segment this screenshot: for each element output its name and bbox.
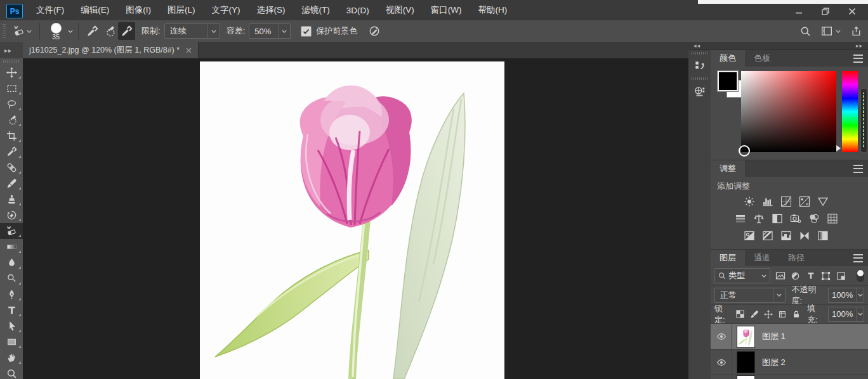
saturation-brightness-field[interactable] xyxy=(741,71,836,152)
tab-paths[interactable]: 路径 xyxy=(779,250,813,266)
menu-3d[interactable]: 3D(D) xyxy=(338,0,378,20)
sampling-continuous-button[interactable] xyxy=(84,22,101,40)
blur-tool[interactable] xyxy=(0,255,23,271)
collapse-panels-right-button[interactable]: ▸▸ xyxy=(856,42,863,49)
hue-ramp[interactable] xyxy=(842,71,858,152)
type-tool[interactable] xyxy=(0,302,23,318)
lasso-tool[interactable] xyxy=(0,96,23,112)
document-image[interactable] xyxy=(200,61,504,379)
sampling-once-button[interactable] xyxy=(101,22,118,40)
layer-row-1[interactable]: 图层 1 xyxy=(711,324,868,349)
tablet-pressure-button[interactable] xyxy=(366,22,383,40)
black-white-button[interactable] xyxy=(772,213,783,224)
foreground-color-swatch[interactable] xyxy=(718,71,738,91)
blend-mode-dropdown[interactable]: 正常 xyxy=(714,288,786,303)
menu-help[interactable]: 帮助(H) xyxy=(470,0,515,20)
adjustments-panel-menu-button[interactable] xyxy=(853,160,868,177)
layer-name[interactable]: 图层 2 xyxy=(762,357,786,368)
menu-select[interactable]: 选择(S) xyxy=(249,0,294,20)
color-lookup-button[interactable] xyxy=(827,213,838,224)
lock-artboard-button[interactable] xyxy=(778,309,787,319)
layers-panel-menu-button[interactable] xyxy=(853,250,868,266)
brush-preset-picker[interactable]: 35 xyxy=(45,23,67,40)
filter-type-layers-button[interactable] xyxy=(805,271,816,281)
layer-thumbnail[interactable] xyxy=(737,352,754,373)
panel-scrollbar[interactable] xyxy=(860,88,867,153)
lock-position-button[interactable] xyxy=(764,309,773,319)
exposure-button[interactable] xyxy=(799,196,810,207)
move-tool[interactable] xyxy=(0,65,23,80)
crop-tool[interactable] xyxy=(0,128,23,144)
clone-stamp-tool[interactable] xyxy=(0,191,23,207)
hue-saturation-button[interactable] xyxy=(735,213,746,224)
hand-tool[interactable] xyxy=(0,350,23,366)
dodge-tool[interactable] xyxy=(0,271,23,286)
document-tab[interactable]: j161025_2.jpg @ 120% (图层 1, RGB/8#) * xyxy=(23,42,199,58)
lock-transparency-button[interactable] xyxy=(735,309,745,319)
filter-shape-layers-button[interactable] xyxy=(820,271,831,281)
layer-visibility-toggle[interactable] xyxy=(711,350,732,375)
lock-image-button[interactable] xyxy=(750,309,759,319)
collapse-panels-left-button[interactable]: ◂◂ xyxy=(694,42,700,49)
canvas-area[interactable] xyxy=(23,58,688,379)
color-panel-menu-button[interactable] xyxy=(853,50,868,67)
filter-adjustment-layers-button[interactable] xyxy=(790,271,801,281)
gradient-map-button[interactable] xyxy=(799,230,810,241)
gradient-tool[interactable] xyxy=(0,239,23,255)
quick-selection-tool[interactable] xyxy=(0,112,23,128)
rectangular-marquee-tool[interactable] xyxy=(0,80,23,96)
pen-tool[interactable] xyxy=(0,286,23,302)
curves-button[interactable] xyxy=(780,196,792,207)
rectangle-shape-tool[interactable] xyxy=(0,334,23,350)
channel-mixer-button[interactable] xyxy=(808,213,820,224)
posterize-button[interactable] xyxy=(762,230,773,241)
fill-dropdown[interactable]: 100% xyxy=(828,307,864,322)
layer-visibility-toggle[interactable] xyxy=(711,324,732,349)
zoom-tool[interactable] xyxy=(0,366,23,379)
layer-row-3-partial[interactable] xyxy=(711,374,868,379)
menu-layer[interactable]: 图层(L) xyxy=(159,0,204,20)
hue-slider-marker[interactable] xyxy=(836,145,841,151)
layer-row-2[interactable]: 图层 2 xyxy=(711,349,868,375)
tab-color[interactable]: 颜色 xyxy=(711,50,745,67)
color-balance-button[interactable] xyxy=(753,213,765,224)
filter-pixel-layers-button[interactable] xyxy=(775,271,786,281)
color-field-marker[interactable] xyxy=(739,145,750,157)
menu-edit[interactable]: 编辑(E) xyxy=(72,0,117,20)
search-icon[interactable] xyxy=(800,26,811,37)
menu-type[interactable]: 文字(Y) xyxy=(204,0,249,20)
close-button[interactable] xyxy=(840,4,864,18)
tool-preset-button[interactable] xyxy=(11,22,34,40)
layer-name[interactable]: 图层 1 xyxy=(762,331,786,342)
path-selection-tool[interactable] xyxy=(0,318,23,334)
minimize-button[interactable] xyxy=(787,4,811,18)
levels-button[interactable] xyxy=(762,196,773,207)
lock-all-button[interactable] xyxy=(792,309,801,319)
restore-button[interactable] xyxy=(813,4,838,18)
menu-window[interactable]: 窗口(W) xyxy=(423,0,470,20)
sampling-background-swatch-button[interactable] xyxy=(118,22,135,40)
selective-color-button[interactable] xyxy=(817,230,829,241)
filter-kind-dropdown[interactable]: 类型 xyxy=(714,268,770,283)
eyedropper-tool[interactable] xyxy=(0,144,23,160)
layer-thumbnail[interactable] xyxy=(737,376,754,379)
opacity-dropdown[interactable]: 100% xyxy=(828,288,864,303)
photo-filter-button[interactable] xyxy=(790,213,801,224)
layer-visibility-toggle[interactable] xyxy=(711,375,732,379)
vibrance-button[interactable] xyxy=(817,196,829,207)
filter-smart-objects-button[interactable] xyxy=(836,271,846,281)
menu-image[interactable]: 图像(I) xyxy=(117,0,159,20)
brightness-contrast-button[interactable] xyxy=(744,196,755,207)
invert-button[interactable] xyxy=(744,230,755,241)
history-brush-tool[interactable] xyxy=(0,207,23,223)
tab-layers[interactable]: 图层 xyxy=(711,250,745,266)
tab-adjustments[interactable]: 调整 xyxy=(711,160,745,177)
history-panel-button[interactable] xyxy=(688,56,711,75)
tab-swatches[interactable]: 色板 xyxy=(745,50,779,67)
menu-filter[interactable]: 滤镜(T) xyxy=(294,0,338,20)
threshold-button[interactable] xyxy=(780,230,792,241)
filter-toggle-switch[interactable] xyxy=(857,269,864,282)
protect-foreground-checkbox[interactable] xyxy=(301,26,312,37)
tab-channels[interactable]: 通道 xyxy=(745,250,779,266)
menu-file[interactable]: 文件(F) xyxy=(28,0,72,20)
